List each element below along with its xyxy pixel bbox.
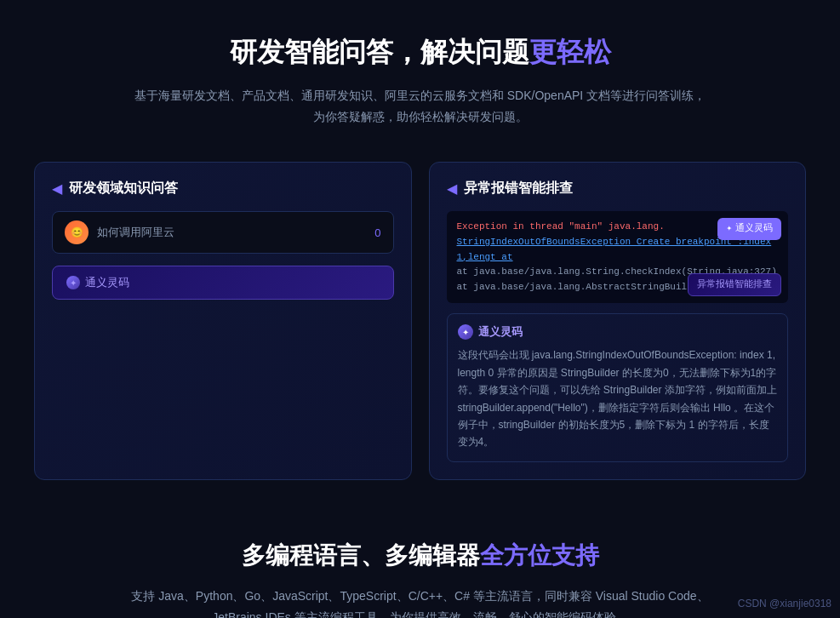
hero-title: 研发智能问答，解决问题更轻松 — [17, 34, 823, 72]
lang-subtitle-line1: 支持 Java、Python、Go、JavaScript、TypeScript、… — [131, 589, 708, 603]
error-card-icon: ◀ — [447, 180, 457, 197]
qa-card: ◀ 研发领域知识问答 😊 如何调用阿里云 0 ✦ 通义灵码 — [34, 162, 412, 479]
hero-title-normal: 研发智能问答，解决问题 — [230, 37, 529, 67]
error-card-title: 异常报错智能排查 — [464, 180, 573, 197]
avatar: 😊 — [65, 220, 89, 244]
qa-card-header: ◀ 研发领域知识问答 — [52, 180, 394, 197]
error-card: ◀ 异常报错智能排查 Exception in thread "main" ja… — [429, 162, 807, 479]
tongyi-answer-header: ✦ 通义灵码 — [458, 324, 778, 340]
error-smart-badge[interactable]: 异常报错智能排查 — [688, 273, 781, 297]
lang-section: 多编程语言、多编辑器全方位支持 支持 Java、Python、Go、JavaSc… — [0, 506, 840, 618]
cards-section: ◀ 研发领域知识问答 😊 如何调用阿里云 0 ✦ 通义灵码 ◀ 异常报 — [0, 153, 840, 505]
error-smart-badge-label: 异常报错智能排查 — [697, 279, 772, 289]
qa-card-title: 研发领域知识问答 — [69, 180, 178, 197]
tongyi-answer-icon: ✦ — [458, 324, 473, 340]
tongyi-btn-left[interactable]: ✦ 通义灵码 — [52, 266, 394, 300]
footer-watermark: CSDN @xianjie0318 — [738, 598, 831, 609]
tongyi-answer-text: 这段代码会出现 java.lang.StringIndexOutOfBounds… — [458, 346, 778, 450]
lang-title-highlight: 全方位支持 — [480, 542, 599, 569]
error-card-header: ◀ 异常报错智能排查 — [447, 180, 789, 197]
tongyi-star-icon: ✦ — [70, 278, 77, 288]
hero-subtitle-line1: 基于海量研发文档、产品文档、通用研发知识、阿里云的云服务文档和 SDK/Open… — [134, 89, 706, 102]
lang-subtitle-line2: JetBrains IDEs 等主流编程工具，为你提供高效、流畅、舒心的智能编码… — [212, 610, 627, 618]
qa-input-wrapper[interactable]: 😊 如何调用阿里云 0 — [52, 211, 394, 254]
lang-title-normal: 多编程语言、多编辑器 — [242, 542, 480, 569]
error-tongyi-badge[interactable]: ✦ 通义灵码 — [717, 218, 781, 240]
hero-section: 研发智能问答，解决问题更轻松 基于海量研发文档、产品文档、通用研发知识、阿里云的… — [0, 0, 840, 153]
avatar-emoji: 😊 — [71, 226, 83, 238]
hero-title-highlight: 更轻松 — [529, 37, 611, 67]
error-code-block: Exception in thread "main" java.lang. St… — [447, 211, 789, 303]
page-wrapper: 研发智能问答，解决问题更轻松 基于海量研发文档、产品文档、通用研发知识、阿里云的… — [0, 0, 840, 618]
tongyi-answer-title: 通义灵码 — [478, 324, 523, 340]
hero-subtitle-line2: 为你答疑解惑，助你轻松解决研发问题。 — [313, 110, 528, 123]
qa-count: 0 — [374, 226, 380, 239]
lang-subtitle: 支持 Java、Python、Go、JavaScript、TypeScript、… — [123, 586, 718, 618]
error-badge-label: 通义灵码 — [735, 221, 773, 237]
tongyi-icon-left: ✦ — [66, 276, 80, 289]
qa-card-icon: ◀ — [52, 180, 62, 197]
answer-star-icon: ✦ — [462, 328, 469, 337]
hero-subtitle: 基于海量研发文档、产品文档、通用研发知识、阿里云的云服务文档和 SDK/Open… — [131, 85, 710, 128]
lang-title: 多编程语言、多编辑器全方位支持 — [34, 540, 806, 572]
qa-input-text: 如何调用阿里云 — [97, 225, 366, 240]
tongyi-answer: ✦ 通义灵码 这段代码会出现 java.lang.StringIndexOutO… — [447, 313, 789, 461]
error-badge-icon: ✦ — [726, 221, 732, 237]
tongyi-btn-label: 通义灵码 — [85, 275, 129, 290]
